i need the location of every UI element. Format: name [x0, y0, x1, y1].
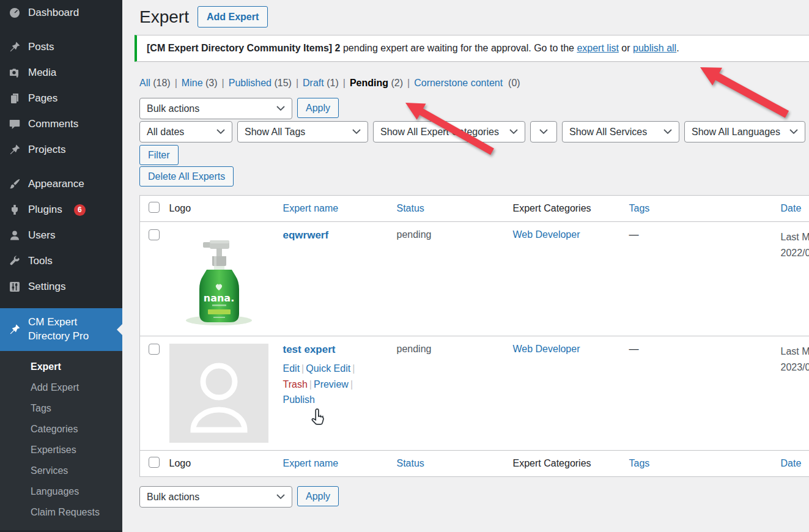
svg-text:nana.: nana.: [203, 292, 234, 304]
pin-icon: [9, 144, 21, 156]
sidebar-item-cm-expert-directory-pro[interactable]: CM Expert Directory Pro: [0, 308, 122, 351]
admin-sidebar: Dashboard Posts Media Pages Comments Pro…: [0, 0, 122, 532]
delete-all-experts-button[interactable]: Delete All Experts: [139, 166, 234, 187]
table-footer-row: Logo Expert name Status Expert Categorie…: [140, 451, 809, 477]
category-link[interactable]: Web Developer: [513, 229, 580, 240]
chevron-down-icon: [276, 494, 285, 500]
add-expert-button[interactable]: Add Expert: [198, 6, 268, 28]
column-date[interactable]: Date: [775, 451, 809, 477]
sidebar-item-dashboard[interactable]: Dashboard: [0, 0, 122, 26]
column-expert-categories: Expert Categories: [507, 196, 623, 222]
sidebar-item-label: Dashboard: [28, 7, 79, 19]
plugin-icon: [9, 204, 21, 216]
chevron-down-icon: [509, 129, 518, 135]
sliders-icon: [9, 281, 21, 293]
view-pending-link[interactable]: Pending (2): [350, 78, 403, 88]
apply-button[interactable]: Apply: [297, 98, 339, 118]
expertises-filter-select[interactable]: [530, 121, 557, 142]
bulk-actions-select[interactable]: Bulk actions: [139, 98, 292, 119]
sidebar-item-label: Tools: [28, 255, 53, 267]
sidebar-item-tools[interactable]: Tools: [0, 248, 122, 274]
row-actions: Edit|Quick Edit| Trash|Preview| Publish: [283, 361, 385, 408]
chevron-down-icon: [663, 129, 672, 135]
submenu-item-expert[interactable]: Expert: [0, 357, 122, 377]
status-value: pending: [397, 229, 432, 240]
experts-list-table: Logo Expert name Status Expert Categorie…: [139, 195, 809, 477]
media-icon: [9, 67, 21, 79]
sidebar-item-label: Pages: [28, 92, 57, 105]
chevron-down-icon: [276, 106, 285, 111]
quick-edit-link[interactable]: Quick Edit: [306, 363, 350, 374]
publish-link[interactable]: Publish: [283, 394, 315, 405]
sidebar-item-users[interactable]: Users: [0, 223, 122, 248]
sidebar-item-label: Posts: [28, 41, 54, 53]
notice-bold-prefix: [CM Expert Directory Community Items] 2: [147, 43, 341, 53]
submenu-item-add-expert[interactable]: Add Expert: [0, 377, 122, 398]
filter-button[interactable]: Filter: [139, 145, 179, 165]
column-tags[interactable]: Tags: [623, 451, 775, 477]
expert-name-link[interactable]: test expert: [283, 344, 336, 355]
pending-approval-notice: [CM Expert Directory Community Items] 2 …: [135, 35, 809, 62]
expert-list-link[interactable]: expert list: [577, 43, 618, 53]
menu-separator: [0, 163, 122, 171]
wrench-icon: [9, 255, 21, 267]
column-status[interactable]: Status: [391, 196, 507, 222]
expert-name-link[interactable]: eqwrwerf: [283, 229, 329, 241]
sidebar-item-label: Appearance: [28, 178, 84, 190]
select-all-checkbox[interactable]: [149, 457, 160, 468]
sidebar-item-pages[interactable]: Pages: [0, 86, 122, 111]
sidebar-item-appearance[interactable]: Appearance: [0, 171, 122, 197]
column-expert-name[interactable]: Expert name: [277, 196, 391, 222]
preview-link[interactable]: Preview: [314, 379, 349, 390]
trash-link[interactable]: Trash: [283, 379, 308, 390]
languages-filter-select[interactable]: Show All Languages: [684, 121, 805, 142]
dates-filter-select[interactable]: All dates: [139, 121, 232, 142]
pin-icon: [9, 323, 21, 336]
submenu-item-categories[interactable]: Categories: [0, 419, 122, 440]
pages-icon: [9, 92, 21, 105]
sidebar-item-label: Comments: [28, 118, 78, 130]
services-filter-select[interactable]: Show All Services: [562, 121, 679, 142]
tags-value: —: [629, 344, 639, 354]
menu-separator: [0, 300, 122, 308]
sidebar-item-projects[interactable]: Projects: [0, 137, 122, 163]
sidebar-item-plugins[interactable]: Plugins 6: [0, 197, 122, 223]
pin-icon: [9, 41, 21, 53]
table-row: test expert Edit|Quick Edit| Trash|Previ…: [140, 336, 809, 451]
view-draft-link[interactable]: Draft (1): [303, 78, 339, 88]
category-link[interactable]: Web Developer: [513, 344, 580, 354]
sidebar-item-settings[interactable]: Settings: [0, 274, 122, 300]
expert-logo-image: nana.: [169, 229, 268, 328]
view-mine-link[interactable]: Mine (3): [182, 78, 218, 88]
submenu-item-claim-requests[interactable]: Claim Requests: [0, 502, 122, 523]
sidebar-item-label: Users: [28, 229, 55, 242]
column-logo: Logo: [163, 196, 277, 222]
sidebar-item-posts[interactable]: Posts: [0, 34, 122, 60]
row-checkbox[interactable]: [149, 229, 160, 240]
view-cornerstone-link[interactable]: Cornerstone content (0): [414, 78, 520, 88]
submenu-item-expertises[interactable]: Expertises: [0, 440, 122, 460]
submenu-item-services[interactable]: Services: [0, 460, 122, 481]
bulk-actions-select-bottom[interactable]: Bulk actions: [139, 486, 292, 508]
column-tags[interactable]: Tags: [623, 196, 775, 222]
expert-categories-filter-select[interactable]: Show All Expert Categories: [373, 121, 525, 142]
sidebar-item-media[interactable]: Media: [0, 60, 122, 86]
sidebar-item-label: Plugins: [28, 204, 62, 216]
submenu-item-tags[interactable]: Tags: [0, 398, 122, 419]
view-published-link[interactable]: Published (15): [229, 78, 292, 88]
view-all-link[interactable]: All (18): [139, 78, 171, 88]
cm-expert-submenu: Expert Add Expert Tags Categories Expert…: [0, 351, 122, 530]
publish-all-link[interactable]: publish all: [633, 43, 676, 53]
column-status[interactable]: Status: [391, 451, 507, 477]
comment-icon: [9, 118, 21, 130]
tags-filter-select[interactable]: Show All Tags: [237, 121, 368, 142]
apply-button-bottom[interactable]: Apply: [297, 486, 339, 506]
column-date[interactable]: Date: [775, 196, 809, 222]
select-all-checkbox[interactable]: [149, 202, 160, 213]
row-checkbox[interactable]: [149, 344, 160, 355]
edit-link[interactable]: Edit: [283, 363, 300, 374]
notice-text: pending expert are waiting for the appro…: [341, 43, 577, 53]
sidebar-item-comments[interactable]: Comments: [0, 111, 122, 137]
column-expert-name[interactable]: Expert name: [277, 451, 391, 477]
submenu-item-languages[interactable]: Languages: [0, 481, 122, 502]
